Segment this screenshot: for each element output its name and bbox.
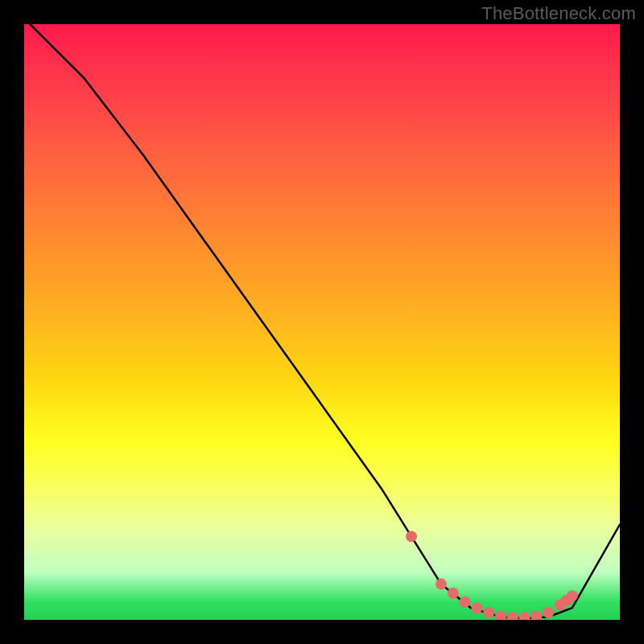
marker-dot xyxy=(530,611,542,620)
plot-area xyxy=(24,24,620,620)
marker-dot xyxy=(507,612,518,620)
marker-dot xyxy=(406,530,417,542)
curve-line xyxy=(30,24,620,618)
marker-dot xyxy=(483,607,494,618)
marker-dot xyxy=(471,602,482,613)
marker-dot xyxy=(436,579,447,590)
marker-dot xyxy=(495,611,506,620)
marker-dot xyxy=(567,590,578,601)
watermark-text: TheBottleneck.com xyxy=(481,3,636,24)
marker-dot xyxy=(543,607,554,618)
curve-markers xyxy=(406,530,578,620)
marker-dot xyxy=(460,597,471,608)
marker-dot xyxy=(519,612,530,620)
chart-root: TheBottleneck.com xyxy=(0,0,644,644)
marker-dot xyxy=(448,588,459,599)
chart-svg xyxy=(24,24,620,620)
